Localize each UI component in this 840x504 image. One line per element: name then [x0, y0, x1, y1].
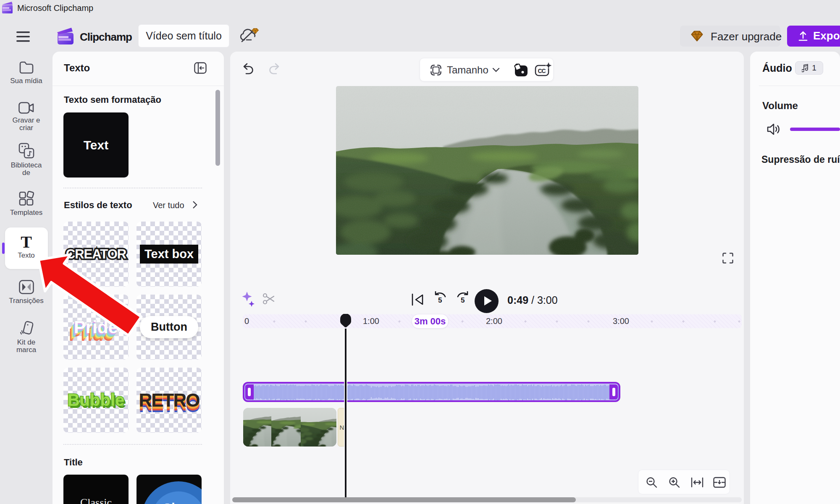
svg-text:5: 5: [461, 296, 465, 304]
svg-text:CC: CC: [538, 68, 546, 74]
svg-text:5: 5: [438, 296, 442, 304]
